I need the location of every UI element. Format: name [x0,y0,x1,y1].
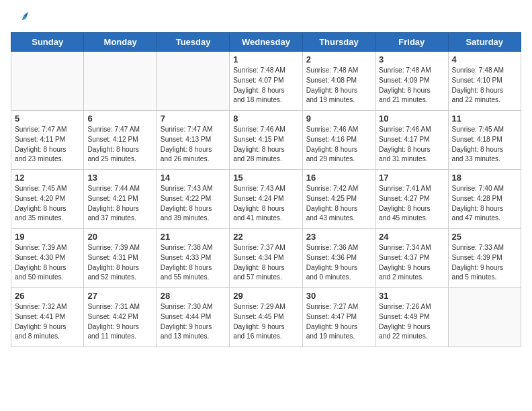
day-number: 28 [161,291,226,301]
day-info: Sunrise: 7:37 AM Sunset: 4:34 PM Dayligh… [233,243,298,283]
calendar-day-cell: 19Sunrise: 7:39 AM Sunset: 4:30 PM Dayli… [11,229,84,288]
calendar-day-cell [448,288,521,347]
day-number: 24 [379,232,444,242]
day-info: Sunrise: 7:39 AM Sunset: 4:31 PM Dayligh… [87,243,152,283]
calendar-day-cell: 6Sunrise: 7:47 AM Sunset: 4:12 PM Daylig… [84,111,157,170]
weekday-header-cell: Wednesday [230,33,302,52]
day-info: Sunrise: 7:47 AM Sunset: 4:12 PM Dayligh… [87,125,152,165]
day-number: 15 [233,173,298,183]
day-number: 12 [15,173,80,183]
calendar-day-cell: 20Sunrise: 7:39 AM Sunset: 4:31 PM Dayli… [84,229,157,288]
weekday-header-cell: Saturday [448,33,521,52]
calendar-day-cell: 3Sunrise: 7:48 AM Sunset: 4:09 PM Daylig… [375,52,448,111]
day-info: Sunrise: 7:43 AM Sunset: 4:22 PM Dayligh… [161,184,226,224]
day-info: Sunrise: 7:46 AM Sunset: 4:17 PM Dayligh… [379,125,444,165]
calendar-day-cell: 2Sunrise: 7:48 AM Sunset: 4:08 PM Daylig… [302,52,375,111]
day-number: 13 [87,173,152,183]
calendar-day-cell [84,52,157,111]
day-info: Sunrise: 7:42 AM Sunset: 4:25 PM Dayligh… [306,184,371,224]
calendar-day-cell: 26Sunrise: 7:32 AM Sunset: 4:41 PM Dayli… [11,288,84,347]
day-info: Sunrise: 7:30 AM Sunset: 4:44 PM Dayligh… [161,302,226,342]
calendar-day-cell: 27Sunrise: 7:31 AM Sunset: 4:42 PM Dayli… [84,288,157,347]
day-number: 7 [161,113,226,124]
calendar-day-cell: 16Sunrise: 7:42 AM Sunset: 4:25 PM Dayli… [302,170,375,229]
day-info: Sunrise: 7:38 AM Sunset: 4:33 PM Dayligh… [161,243,226,283]
calendar-day-cell [11,52,84,111]
day-info: Sunrise: 7:47 AM Sunset: 4:13 PM Dayligh… [161,125,226,165]
calendar-week-row: 26Sunrise: 7:32 AM Sunset: 4:41 PM Dayli… [11,288,521,347]
calendar-week-row: 5Sunrise: 7:47 AM Sunset: 4:11 PM Daylig… [11,111,521,170]
calendar-day-cell: 28Sunrise: 7:30 AM Sunset: 4:44 PM Dayli… [157,288,229,347]
day-info: Sunrise: 7:39 AM Sunset: 4:30 PM Dayligh… [15,243,80,283]
day-number: 14 [161,173,226,183]
calendar-day-cell: 18Sunrise: 7:40 AM Sunset: 4:28 PM Dayli… [448,170,521,229]
day-number: 20 [87,232,152,242]
day-info: Sunrise: 7:34 AM Sunset: 4:37 PM Dayligh… [379,243,444,283]
calendar-day-cell: 15Sunrise: 7:43 AM Sunset: 4:24 PM Dayli… [230,170,302,229]
calendar-day-cell: 4Sunrise: 7:48 AM Sunset: 4:10 PM Daylig… [448,52,521,111]
calendar-day-cell: 8Sunrise: 7:46 AM Sunset: 4:15 PM Daylig… [230,111,302,170]
day-number: 2 [306,54,371,64]
weekday-header-cell: Thursday [302,33,375,52]
day-info: Sunrise: 7:48 AM Sunset: 4:07 PM Dayligh… [233,66,298,105]
day-number: 23 [306,232,371,242]
calendar-day-cell: 23Sunrise: 7:36 AM Sunset: 4:36 PM Dayli… [302,229,375,288]
calendar-day-cell: 7Sunrise: 7:47 AM Sunset: 4:13 PM Daylig… [157,111,229,170]
day-info: Sunrise: 7:45 AM Sunset: 4:20 PM Dayligh… [15,184,80,224]
calendar-day-cell: 24Sunrise: 7:34 AM Sunset: 4:37 PM Dayli… [375,229,448,288]
day-number: 1 [233,54,298,64]
calendar-day-cell [157,52,229,111]
day-info: Sunrise: 7:29 AM Sunset: 4:45 PM Dayligh… [233,302,298,342]
calendar-day-cell: 30Sunrise: 7:27 AM Sunset: 4:47 PM Dayli… [302,288,375,347]
day-info: Sunrise: 7:44 AM Sunset: 4:21 PM Dayligh… [87,184,152,224]
calendar-day-cell: 5Sunrise: 7:47 AM Sunset: 4:11 PM Daylig… [11,111,84,170]
day-info: Sunrise: 7:46 AM Sunset: 4:15 PM Dayligh… [233,125,298,165]
calendar-day-cell: 25Sunrise: 7:33 AM Sunset: 4:39 PM Dayli… [448,229,521,288]
calendar-day-cell: 11Sunrise: 7:45 AM Sunset: 4:18 PM Dayli… [448,111,521,170]
calendar-week-row: 19Sunrise: 7:39 AM Sunset: 4:30 PM Dayli… [11,229,521,288]
day-number: 4 [452,54,517,64]
calendar-day-cell: 14Sunrise: 7:43 AM Sunset: 4:22 PM Dayli… [157,170,229,229]
calendar-day-cell: 29Sunrise: 7:29 AM Sunset: 4:45 PM Dayli… [230,288,302,347]
day-info: Sunrise: 7:48 AM Sunset: 4:09 PM Dayligh… [379,66,444,105]
weekday-header-row: SundayMondayTuesdayWednesdayThursdayFrid… [11,33,521,52]
calendar-day-cell: 31Sunrise: 7:26 AM Sunset: 4:49 PM Dayli… [375,288,448,347]
day-number: 27 [87,291,152,301]
calendar-day-cell: 17Sunrise: 7:41 AM Sunset: 4:27 PM Dayli… [375,170,448,229]
calendar-table: SundayMondayTuesdayWednesdayThursdayFrid… [11,32,521,347]
weekday-header-cell: Tuesday [157,33,229,52]
calendar-day-cell: 9Sunrise: 7:46 AM Sunset: 4:16 PM Daylig… [302,111,375,170]
day-info: Sunrise: 7:32 AM Sunset: 4:41 PM Dayligh… [15,302,80,342]
day-number: 31 [379,291,444,301]
day-number: 25 [452,232,517,242]
calendar-day-cell: 10Sunrise: 7:46 AM Sunset: 4:17 PM Dayli… [375,111,448,170]
day-number: 6 [87,113,152,124]
day-info: Sunrise: 7:36 AM Sunset: 4:36 PM Dayligh… [306,243,371,283]
calendar-day-cell: 21Sunrise: 7:38 AM Sunset: 4:33 PM Dayli… [157,229,229,288]
day-number: 5 [15,113,80,124]
day-info: Sunrise: 7:40 AM Sunset: 4:28 PM Dayligh… [452,184,517,224]
day-info: Sunrise: 7:27 AM Sunset: 4:47 PM Dayligh… [306,302,371,342]
weekday-header-cell: Sunday [11,33,84,52]
day-info: Sunrise: 7:45 AM Sunset: 4:18 PM Dayligh… [452,125,517,165]
calendar-week-row: 12Sunrise: 7:45 AM Sunset: 4:20 PM Dayli… [11,170,521,229]
day-info: Sunrise: 7:43 AM Sunset: 4:24 PM Dayligh… [233,184,298,224]
page-header [11,11,521,27]
day-number: 21 [161,232,226,242]
logo-icon [12,11,28,27]
calendar-week-row: 1Sunrise: 7:48 AM Sunset: 4:07 PM Daylig… [11,52,521,111]
calendar-day-cell: 1Sunrise: 7:48 AM Sunset: 4:07 PM Daylig… [230,52,302,111]
weekday-header-cell: Friday [375,33,448,52]
calendar-day-cell: 13Sunrise: 7:44 AM Sunset: 4:21 PM Dayli… [84,170,157,229]
day-number: 29 [233,291,298,301]
calendar-day-cell: 12Sunrise: 7:45 AM Sunset: 4:20 PM Dayli… [11,170,84,229]
day-number: 11 [452,113,517,124]
day-number: 18 [452,173,517,183]
day-number: 26 [15,291,80,301]
day-number: 9 [306,113,371,124]
day-number: 19 [15,232,80,242]
day-info: Sunrise: 7:31 AM Sunset: 4:42 PM Dayligh… [87,302,152,342]
day-info: Sunrise: 7:26 AM Sunset: 4:49 PM Dayligh… [379,302,444,342]
day-info: Sunrise: 7:33 AM Sunset: 4:39 PM Dayligh… [452,243,517,283]
day-info: Sunrise: 7:48 AM Sunset: 4:08 PM Dayligh… [306,66,371,105]
